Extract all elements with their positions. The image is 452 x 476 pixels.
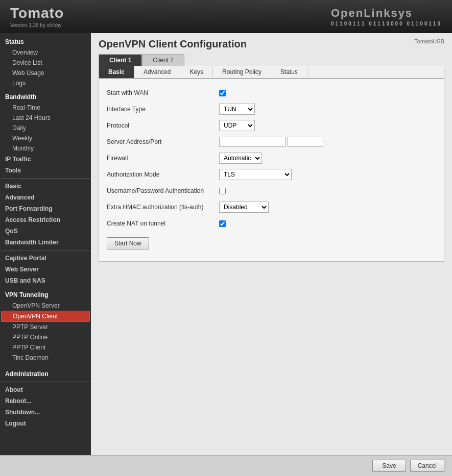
sidebar-item-openvpn-client[interactable]: OpenVPN Client [1, 311, 90, 322]
sidebar-item-advanced[interactable]: Advanced [0, 192, 91, 203]
form-row-create-nat: Create NAT on tunnel [107, 217, 436, 230]
sub-tabs: Basic Advanced Keys Routing Policy Statu… [99, 66, 444, 79]
sidebar-item-qos[interactable]: QoS [0, 226, 91, 237]
sidebar-item-device-list[interactable]: Device List [0, 58, 91, 68]
interface-type-label: Interface Type [107, 106, 219, 113]
server-address-input[interactable] [219, 137, 286, 147]
sidebar-item-tools[interactable]: Tools [0, 165, 91, 176]
extra-hmac-select[interactable]: Disabled Outgoing (1) Incoming (0) Bidir… [219, 202, 269, 213]
interface-type-select[interactable]: TUN TAP [219, 104, 255, 115]
tomato-label: TomatoUSB [414, 38, 444, 44]
sidebar-item-basic[interactable]: Basic [0, 181, 91, 192]
username-password-label: Username/Password Authentication [107, 187, 219, 194]
sidebar-item-web-usage[interactable]: Web Usage [0, 68, 91, 78]
form-area: Start with WAN Interface Type TUN [99, 79, 444, 262]
bottom-bar: Save Cancel [0, 455, 452, 476]
sidebar-section-status: Status [0, 35, 91, 47]
form-row-start-with-wan: Start with WAN [107, 87, 436, 99]
tab-client2[interactable]: Client 2 [142, 54, 184, 66]
sidebar-item-reboot[interactable]: Reboot... [0, 395, 91, 407]
tab-basic[interactable]: Basic [99, 66, 134, 78]
auth-mode-select[interactable]: TLS Static Key Username/Password [219, 169, 292, 180]
firewall-select[interactable]: Automatic Manual None [219, 153, 262, 164]
sidebar-item-access-restriction[interactable]: Access Restriction [0, 214, 91, 226]
brand-logo: OpenLinksys 01100111 01110000 01100110 [331, 7, 442, 27]
sidebar-item-pptp-client[interactable]: PPTP Client [0, 342, 91, 353]
protocol-select[interactable]: UDP TCP [219, 120, 255, 131]
sidebar-item-overview[interactable]: Overview [0, 47, 91, 58]
app-logo: Tomato Version 1.28 by shibby [10, 5, 64, 28]
tab-routing-policy[interactable]: Routing Policy [213, 66, 271, 78]
tab-status[interactable]: Status [271, 66, 307, 78]
username-password-checkbox[interactable] [219, 188, 226, 194]
extra-hmac-label: Extra HMAC authorization (tls-auth) [107, 204, 219, 211]
server-address-label: Server Address/Port [107, 138, 219, 145]
tab-advanced[interactable]: Advanced [134, 66, 180, 78]
form-row-extra-hmac: Extra HMAC authorization (tls-auth) Disa… [107, 201, 436, 213]
start-with-wan-label: Start with WAN [107, 89, 219, 96]
sidebar-item-weekly[interactable]: Weekly [0, 133, 91, 143]
start-now-button[interactable]: Start Now [107, 237, 149, 249]
sidebar-section-administration: Administration [0, 367, 91, 380]
brand-name: OpenLinksys [331, 7, 442, 20]
brand-binary: 01100111 01110000 01100110 [331, 21, 442, 27]
sidebar-item-realtime[interactable]: Real-Time [0, 103, 91, 113]
app-title: Tomato [10, 5, 64, 21]
create-nat-label: Create NAT on tunnel [107, 220, 219, 227]
form-row-interface-type: Interface Type TUN TAP [107, 103, 436, 115]
sidebar-item-port-forwarding[interactable]: Port Forwarding [0, 203, 91, 214]
client-tabs: Client 1 Client 2 [99, 54, 444, 66]
server-port-input[interactable] [288, 137, 323, 147]
sidebar-item-last24[interactable]: Last 24 Hours [0, 113, 91, 123]
sidebar-item-pptp-online[interactable]: PPTP Online [0, 332, 91, 342]
sidebar-item-logout[interactable]: Logout [0, 418, 91, 429]
create-nat-checkbox[interactable] [219, 220, 226, 227]
sidebar-item-shutdown[interactable]: Shutdown... [0, 407, 91, 418]
form-row-start-now: Start Now [107, 237, 436, 249]
form-row-protocol: Protocol UDP TCP [107, 119, 436, 132]
sidebar-item-monthly[interactable]: Monthly [0, 143, 91, 154]
sidebar-item-logs[interactable]: Logs [0, 78, 91, 88]
app-version: Version 1.28 by shibby [10, 22, 64, 28]
tab-keys[interactable]: Keys [180, 66, 213, 78]
cancel-button[interactable]: Cancel [410, 460, 444, 472]
form-row-auth-mode: Authorization Mode TLS Static Key Userna… [107, 168, 436, 181]
form-row-username-password: Username/Password Authentication [107, 185, 436, 197]
sidebar-item-ip-traffic[interactable]: IP Traffic [0, 154, 91, 165]
firewall-label: Firewall [107, 155, 219, 162]
page-title: OpenVPN Client Configuration [99, 38, 247, 50]
protocol-label: Protocol [107, 122, 219, 129]
sidebar-section-bandwidth: Bandwidth [0, 90, 91, 103]
form-row-server-address: Server Address/Port [107, 136, 436, 148]
save-button[interactable]: Save [372, 460, 406, 472]
sidebar-item-web-server[interactable]: Web Server [0, 264, 91, 275]
sidebar-section-vpn: VPN Tunneling [0, 288, 91, 300]
auth-mode-label: Authorization Mode [107, 171, 219, 178]
start-with-wan-checkbox[interactable] [219, 90, 226, 96]
sidebar-item-captive-portal[interactable]: Captive Portal [0, 253, 91, 264]
sidebar-item-openvpn-server[interactable]: OpenVPN Server [0, 300, 91, 311]
sidebar-item-about[interactable]: About [0, 384, 91, 395]
sidebar-item-pptp-server[interactable]: PPTP Server [0, 322, 91, 332]
sidebar-item-usb-nas[interactable]: USB and NAS [0, 275, 91, 286]
sidebar-item-tinc-daemon[interactable]: Tinc Daemon [0, 353, 91, 363]
tab-client1[interactable]: Client 1 [99, 54, 142, 66]
sidebar-item-daily[interactable]: Daily [0, 123, 91, 133]
sidebar-item-bandwidth-limiter[interactable]: Bandwidth Limiter [0, 237, 91, 248]
form-row-firewall: Firewall Automatic Manual None [107, 152, 436, 164]
